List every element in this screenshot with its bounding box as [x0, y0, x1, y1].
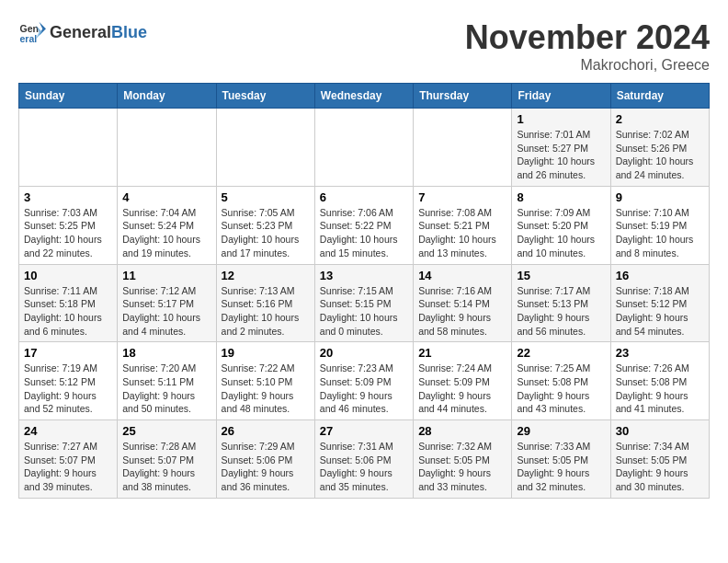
day-info: Sunrise: 7:25 AM Sunset: 5:08 PM Dayligh… [517, 362, 605, 416]
calendar-week-2: 3Sunrise: 7:03 AM Sunset: 5:25 PM Daylig… [19, 186, 710, 264]
day-info: Sunrise: 7:16 AM Sunset: 5:14 PM Dayligh… [418, 284, 506, 339]
day-number: 28 [418, 424, 506, 438]
day-info: Sunrise: 7:18 AM Sunset: 5:12 PM Dayligh… [616, 284, 704, 339]
day-info: Sunrise: 7:11 AM Sunset: 5:18 PM Dayligh… [24, 284, 112, 339]
day-info: Sunrise: 7:28 AM Sunset: 5:07 PM Dayligh… [122, 440, 210, 494]
col-sunday: Sunday [19, 84, 118, 109]
day-number: 21 [418, 346, 506, 360]
day-info: Sunrise: 7:22 AM Sunset: 5:10 PM Dayligh… [222, 362, 310, 416]
table-row [118, 109, 216, 187]
day-info: Sunrise: 7:23 AM Sunset: 5:09 PM Dayligh… [320, 362, 408, 416]
table-row: 12Sunrise: 7:13 AM Sunset: 5:16 PM Dayli… [216, 264, 314, 342]
day-info: Sunrise: 7:02 AM Sunset: 5:26 PM Dayligh… [616, 128, 704, 182]
day-number: 30 [616, 424, 704, 438]
table-row: 10Sunrise: 7:11 AM Sunset: 5:18 PM Dayli… [19, 264, 118, 342]
logo-text-general: General [50, 23, 111, 41]
table-row: 3Sunrise: 7:03 AM Sunset: 5:25 PM Daylig… [19, 186, 118, 264]
svg-text:eral: eral [20, 33, 38, 44]
day-info: Sunrise: 7:27 AM Sunset: 5:07 PM Dayligh… [24, 440, 112, 494]
day-info: Sunrise: 7:15 AM Sunset: 5:15 PM Dayligh… [320, 284, 408, 339]
day-info: Sunrise: 7:13 AM Sunset: 5:16 PM Dayligh… [222, 284, 310, 339]
table-row: 25Sunrise: 7:28 AM Sunset: 5:07 PM Dayli… [118, 420, 216, 499]
day-info: Sunrise: 7:29 AM Sunset: 5:06 PM Dayligh… [222, 440, 310, 494]
table-row: 14Sunrise: 7:16 AM Sunset: 5:14 PM Dayli… [414, 264, 512, 342]
day-info: Sunrise: 7:31 AM Sunset: 5:06 PM Dayligh… [320, 440, 408, 494]
table-row: 16Sunrise: 7:18 AM Sunset: 5:12 PM Dayli… [610, 264, 709, 342]
day-number: 9 [616, 190, 704, 204]
table-row: 18Sunrise: 7:20 AM Sunset: 5:11 PM Dayli… [118, 342, 216, 420]
calendar-header-row: Sunday Monday Tuesday Wednesday Thursday… [19, 84, 710, 109]
calendar-week-3: 10Sunrise: 7:11 AM Sunset: 5:18 PM Dayli… [19, 264, 710, 342]
table-row [414, 109, 512, 187]
day-info: Sunrise: 7:04 AM Sunset: 5:24 PM Dayligh… [122, 206, 210, 260]
table-row [314, 109, 413, 187]
calendar-table: Sunday Monday Tuesday Wednesday Thursday… [18, 83, 710, 499]
day-number: 6 [320, 190, 408, 204]
day-info: Sunrise: 7:34 AM Sunset: 5:05 PM Dayligh… [616, 440, 704, 494]
day-number: 1 [517, 112, 605, 126]
day-number: 26 [222, 424, 310, 438]
day-number: 20 [320, 346, 408, 360]
day-number: 4 [122, 190, 210, 204]
day-number: 19 [222, 346, 310, 360]
table-row: 30Sunrise: 7:34 AM Sunset: 5:05 PM Dayli… [610, 420, 709, 499]
table-row: 21Sunrise: 7:24 AM Sunset: 5:09 PM Dayli… [414, 342, 512, 420]
table-row: 17Sunrise: 7:19 AM Sunset: 5:12 PM Dayli… [19, 342, 118, 420]
day-number: 14 [418, 269, 506, 282]
day-number: 10 [24, 269, 112, 282]
day-info: Sunrise: 7:32 AM Sunset: 5:05 PM Dayligh… [418, 440, 506, 494]
table-row: 6Sunrise: 7:06 AM Sunset: 5:22 PM Daylig… [314, 186, 413, 264]
day-number: 29 [517, 424, 605, 438]
day-info: Sunrise: 7:08 AM Sunset: 5:21 PM Dayligh… [418, 206, 506, 260]
day-number: 24 [24, 424, 112, 438]
day-info: Sunrise: 7:20 AM Sunset: 5:11 PM Dayligh… [122, 362, 210, 416]
day-info: Sunrise: 7:12 AM Sunset: 5:17 PM Dayligh… [122, 284, 210, 339]
table-row: 15Sunrise: 7:17 AM Sunset: 5:13 PM Dayli… [512, 264, 610, 342]
month-title: November 2024 [465, 18, 710, 57]
title-area: November 2024 Makrochori, Greece [465, 18, 710, 74]
calendar-week-5: 24Sunrise: 7:27 AM Sunset: 5:07 PM Dayli… [19, 420, 710, 499]
day-number: 23 [616, 346, 704, 360]
table-row: 1Sunrise: 7:01 AM Sunset: 5:27 PM Daylig… [512, 109, 610, 187]
day-info: Sunrise: 7:17 AM Sunset: 5:13 PM Dayligh… [517, 284, 605, 339]
day-number: 15 [517, 269, 605, 282]
day-number: 18 [122, 346, 210, 360]
day-number: 22 [517, 346, 605, 360]
calendar-week-4: 17Sunrise: 7:19 AM Sunset: 5:12 PM Dayli… [19, 342, 710, 420]
table-row: 8Sunrise: 7:09 AM Sunset: 5:20 PM Daylig… [512, 186, 610, 264]
col-friday: Friday [512, 84, 610, 109]
day-info: Sunrise: 7:09 AM Sunset: 5:20 PM Dayligh… [517, 206, 605, 260]
day-number: 2 [616, 112, 704, 126]
col-thursday: Thursday [414, 84, 512, 109]
table-row: 5Sunrise: 7:05 AM Sunset: 5:23 PM Daylig… [216, 186, 314, 264]
day-number: 25 [122, 424, 210, 438]
page-header: Gen eral GeneralBlue November 2024 Makro… [18, 18, 710, 74]
table-row: 24Sunrise: 7:27 AM Sunset: 5:07 PM Dayli… [19, 420, 118, 499]
table-row: 20Sunrise: 7:23 AM Sunset: 5:09 PM Dayli… [314, 342, 413, 420]
day-info: Sunrise: 7:05 AM Sunset: 5:23 PM Dayligh… [222, 206, 310, 260]
table-row [19, 109, 118, 187]
day-number: 5 [222, 190, 310, 204]
calendar-week-1: 1Sunrise: 7:01 AM Sunset: 5:27 PM Daylig… [19, 109, 710, 187]
logo-icon: Gen eral [18, 18, 46, 46]
table-row: 9Sunrise: 7:10 AM Sunset: 5:19 PM Daylig… [610, 186, 709, 264]
table-row: 26Sunrise: 7:29 AM Sunset: 5:06 PM Dayli… [216, 420, 314, 499]
col-monday: Monday [118, 84, 216, 109]
day-number: 12 [222, 269, 310, 282]
table-row: 22Sunrise: 7:25 AM Sunset: 5:08 PM Dayli… [512, 342, 610, 420]
table-row: 29Sunrise: 7:33 AM Sunset: 5:05 PM Dayli… [512, 420, 610, 499]
day-number: 8 [517, 190, 605, 204]
table-row: 23Sunrise: 7:26 AM Sunset: 5:08 PM Dayli… [610, 342, 709, 420]
day-number: 3 [24, 190, 112, 204]
day-number: 13 [320, 269, 408, 282]
logo-text-blue: Blue [111, 23, 147, 41]
day-number: 11 [122, 269, 210, 282]
location-subtitle: Makrochori, Greece [465, 57, 710, 74]
col-wednesday: Wednesday [314, 84, 413, 109]
day-number: 7 [418, 190, 506, 204]
day-number: 16 [616, 269, 704, 282]
logo: Gen eral GeneralBlue [18, 18, 147, 46]
day-info: Sunrise: 7:19 AM Sunset: 5:12 PM Dayligh… [24, 362, 112, 416]
table-row: 7Sunrise: 7:08 AM Sunset: 5:21 PM Daylig… [414, 186, 512, 264]
day-info: Sunrise: 7:26 AM Sunset: 5:08 PM Dayligh… [616, 362, 704, 416]
